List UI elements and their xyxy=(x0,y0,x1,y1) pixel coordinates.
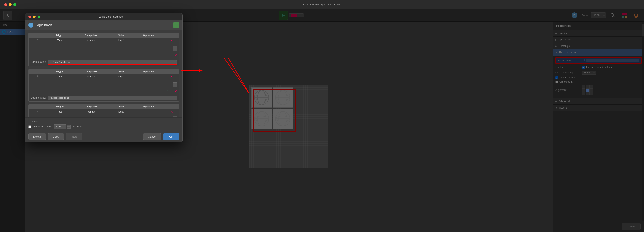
comparison-1: contain xyxy=(73,38,110,43)
trigger-1: Tags xyxy=(47,38,73,43)
dialog-title: Logic Block Settings xyxy=(42,15,179,18)
close-traffic-light[interactable] xyxy=(4,3,7,6)
ext-url-label-1: External URL: xyxy=(30,60,46,64)
info-icon: i xyxy=(28,22,34,28)
add-row-1: + xyxy=(29,46,179,52)
transition-row: Enabled Time: ▲ ▼ Seconds xyxy=(28,124,179,129)
drag-handle-1[interactable]: ⠿ xyxy=(36,39,40,42)
dialog-max-light[interactable] xyxy=(38,16,40,18)
transition-time-input[interactable] xyxy=(54,124,66,129)
delete-row-3[interactable]: ✕ xyxy=(170,110,173,114)
move-up-3[interactable]: ↑ xyxy=(163,116,165,118)
table-row-empty xyxy=(29,43,179,46)
ext-url-highlight-1 xyxy=(48,60,177,64)
dialog-footer: Delete Copy Paste Cancel OK xyxy=(25,131,182,142)
dialog-close-light[interactable] xyxy=(28,16,31,18)
logic-block-2-table: Trigger Comparison Value Operation ⠿ Tag… xyxy=(29,69,179,82)
col-operation-3: Operation xyxy=(132,104,165,109)
dialog-overlay: Logic Block Settings i Logic Block + Tri… xyxy=(0,9,644,232)
drag-handle-2[interactable]: ⠿ xyxy=(36,75,40,78)
logic-block-1-table: Trigger Comparison Value Operation ⠿ Tag… xyxy=(29,33,179,46)
title-bar: skin_variable.ggsk - Skin Editor xyxy=(0,0,644,9)
time-increment-btn[interactable]: ▲ xyxy=(67,124,70,126)
delete-row-2[interactable]: ✕ xyxy=(170,75,173,78)
dialog-min-light[interactable] xyxy=(33,16,36,18)
logic-block-3: Trigger Comparison Value Operation ⠿ Tag… xyxy=(28,104,179,118)
lb-2-actions: ↑ ↓ ✕ xyxy=(29,88,179,95)
copy-button[interactable]: Copy xyxy=(48,133,64,140)
table-row: ⠿ Tags contain logo3 ✕ xyxy=(29,109,179,115)
table-row: ⠿ Tags contain logo1 ✕ xyxy=(29,38,179,43)
add-btn-2[interactable]: + xyxy=(173,82,177,87)
ext-url-input-2[interactable] xyxy=(48,96,177,100)
comparison-3: contain xyxy=(73,109,110,115)
maximize-traffic-light[interactable] xyxy=(13,3,16,6)
logic-block-3-table: Trigger Comparison Value Operation ⠿ Tag… xyxy=(29,104,179,114)
value-1: logo1 xyxy=(110,38,132,43)
logic-block-dialog: Logic Block Settings i Logic Block + Tri… xyxy=(25,13,183,142)
ext-url-row-1: External URL: xyxy=(29,59,179,66)
col-operation: Operation xyxy=(132,33,165,38)
col-comparison-3: Comparison xyxy=(73,104,110,109)
col-value: Value xyxy=(110,33,132,38)
logic-block-1: Trigger Comparison Value Operation ⠿ Tag… xyxy=(28,33,179,66)
logic-block-2: Trigger Comparison Value Operation ⠿ Tag… xyxy=(28,69,179,102)
dialog-body: Trigger Comparison Value Operation ⠿ Tag… xyxy=(25,30,182,118)
col-trigger-2: Trigger xyxy=(47,69,73,74)
trigger-3: Tags xyxy=(47,109,73,115)
dialog-header-title: Logic Block xyxy=(36,24,52,27)
transition-section: Transition Enabled Time: ▲ ▼ Seconds xyxy=(25,118,182,131)
value-2: logo2 xyxy=(110,74,132,80)
table-row: ⠿ Tags contain logo2 ✕ xyxy=(29,74,179,80)
dialog-titlebar: Logic Block Settings xyxy=(25,14,182,20)
col-value-3: Value xyxy=(110,104,132,109)
lb-1-actions: ↓ ✕ xyxy=(29,52,179,59)
add-btn-3[interactable]: + xyxy=(173,116,177,118)
transition-enabled-checkbox[interactable] xyxy=(28,125,31,128)
drag-handle-3[interactable]: ⠿ xyxy=(36,110,40,113)
operation-2 xyxy=(132,74,165,80)
add-btn-1[interactable]: + xyxy=(173,46,177,51)
col-comparison-2: Comparison xyxy=(73,69,110,74)
transition-title: Transition xyxy=(28,120,179,123)
col-trigger-3: Trigger xyxy=(47,104,73,109)
dialog-header: i Logic Block + xyxy=(25,20,182,30)
move-down-1[interactable]: ↓ xyxy=(170,53,172,58)
window-title: skin_variable.ggsk - Skin Editor xyxy=(303,3,341,6)
delete-row-1[interactable]: ✕ xyxy=(170,39,173,42)
col-comparison: Comparison xyxy=(73,33,110,38)
transition-enabled-label: Enabled xyxy=(34,125,43,128)
transition-time-label: Time: xyxy=(45,125,52,128)
ext-url-label-2: External URL: xyxy=(30,96,46,99)
paste-button[interactable]: Paste xyxy=(66,133,82,140)
minimize-traffic-light[interactable] xyxy=(9,3,12,6)
delete-block-1[interactable]: ✕ xyxy=(174,53,177,58)
move-down-2[interactable]: ↓ xyxy=(170,89,172,94)
comparison-2: contain xyxy=(73,74,110,80)
col-operation-2: Operation xyxy=(132,69,165,74)
add-condition-button[interactable]: + xyxy=(173,22,179,28)
table-row-empty-2 xyxy=(29,80,179,82)
ok-button[interactable]: OK xyxy=(163,133,179,140)
trigger-2: Tags xyxy=(47,74,73,80)
transition-time: ▲ ▼ xyxy=(54,124,70,129)
ext-url-input-1[interactable] xyxy=(48,60,177,64)
delete-button[interactable]: Delete xyxy=(28,133,46,140)
time-decrement-btn[interactable]: ▼ xyxy=(67,126,70,129)
delete-block-2[interactable]: ✕ xyxy=(174,89,177,94)
value-3: logo3 xyxy=(110,109,132,115)
lb-3-actions: ↑ ✕ + xyxy=(29,114,179,118)
traffic-lights xyxy=(4,3,16,6)
transition-stepper[interactable]: ▲ ▼ xyxy=(67,124,70,129)
operation-3 xyxy=(132,109,165,115)
delete-block-3[interactable]: ✕ xyxy=(167,116,170,118)
col-value-2: Value xyxy=(110,69,132,74)
cancel-button[interactable]: Cancel xyxy=(143,133,161,140)
ext-url-row-2: External URL: xyxy=(29,95,179,102)
operation-1 xyxy=(132,38,165,43)
move-up-2[interactable]: ↑ xyxy=(166,89,168,94)
transition-seconds-label: Seconds xyxy=(73,125,83,128)
col-trigger: Trigger xyxy=(47,33,73,38)
